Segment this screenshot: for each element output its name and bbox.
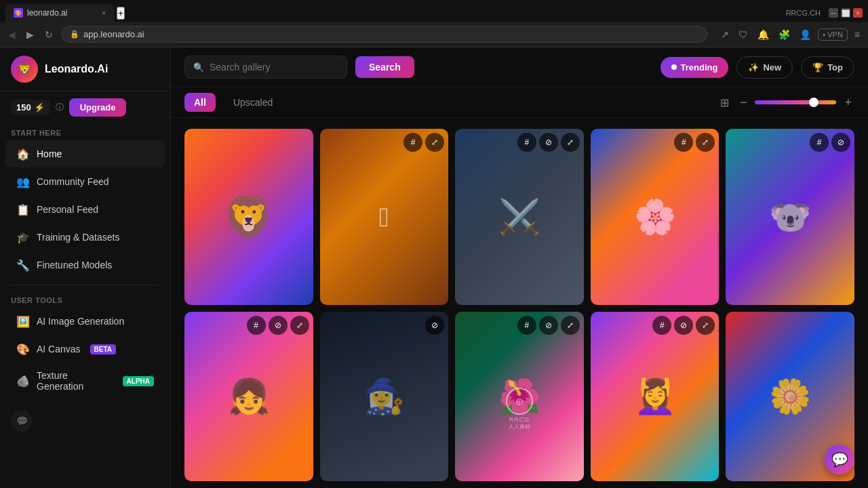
sidebar-item-training[interactable]: 🎓 Training & Datasets	[5, 224, 165, 251]
training-label: Training & Datasets	[37, 232, 119, 243]
close-window-button[interactable]: ×	[853, 8, 863, 18]
sidebar-header: 🦁 Leonardo.Ai	[0, 47, 170, 92]
gallery-item-7[interactable]: ⊘ 🧙‍♀️	[320, 312, 449, 481]
new-label: New	[763, 62, 781, 73]
top-bar: 🔍 Search Trending ✨ New 🏆 Top	[171, 47, 868, 87]
upgrade-button[interactable]: Upgrade	[69, 98, 127, 117]
trending-button[interactable]: Trending	[660, 57, 729, 78]
sidebar-item-ai-image[interactable]: 🖼️ AI Image Generation	[5, 308, 165, 335]
vpn-badge: • VPN	[818, 28, 848, 41]
browser-actions: ↗ 🛡 🔔 🧩 👤 • VPN ≡	[718, 26, 863, 43]
sidebar-item-home[interactable]: 🏠 Home	[5, 140, 165, 167]
texture-icon: 🪨	[16, 374, 30, 388]
finetuned-label: Finetuned Models	[37, 260, 112, 270]
token-icon: ⚡	[34, 102, 45, 113]
sidebar-item-ai-canvas[interactable]: 🎨 AI Canvas BETA	[5, 336, 165, 363]
token-count: 150 ⚡	[11, 100, 50, 115]
personal-feed-label: Personal Feed	[37, 204, 98, 215]
top-button[interactable]: 🏆 Top	[801, 56, 854, 79]
tab-favicon: 🎨	[14, 8, 23, 18]
extensions-button[interactable]: 🧩	[776, 26, 793, 43]
trending-label: Trending	[681, 62, 718, 73]
new-star-icon: ✨	[748, 62, 759, 73]
sidebar-divider	[11, 285, 159, 285]
address-bar: ◀ ▶ ↻ 🔒 app.leonardo.ai ↗ 🛡 🔔 🧩 👤 • VPN …	[0, 22, 868, 47]
new-tab-button[interactable]: +	[117, 7, 125, 20]
sidebar: 🦁 Leonardo.Ai 150 ⚡ ⓘ Upgrade Start Here…	[0, 47, 171, 488]
gallery-item-5[interactable]: # ⊘ 🐨	[726, 129, 854, 305]
ai-canvas-icon: 🎨	[16, 342, 30, 356]
minimize-button[interactable]: ─	[829, 8, 838, 18]
gallery: 🦁 # ⤢ 𓂀 # ⊘ ⤢ ⚔️	[171, 118, 868, 488]
brand-name: Leonardo.Ai	[45, 63, 108, 75]
ai-image-label: AI Image Generation	[37, 316, 124, 327]
alert-icon[interactable]: 🔔	[755, 26, 772, 43]
shield-icon[interactable]: 🛡	[736, 26, 751, 43]
search-box[interactable]: 🔍	[184, 56, 347, 79]
active-tab[interactable]: 🎨 leonardo.ai ×	[5, 4, 114, 22]
community-feed-label: Community Feed	[37, 176, 109, 187]
gallery-item-6[interactable]: # ⊘ ⤢ 👧	[184, 312, 313, 481]
user-tools-label: User Tools	[0, 291, 170, 307]
top-trophy-icon: 🏆	[812, 62, 823, 73]
ai-canvas-label: AI Canvas	[37, 344, 81, 354]
zoom-slider[interactable]	[755, 100, 836, 104]
lock-icon: 🔒	[70, 30, 79, 39]
profile-button[interactable]: 👤	[797, 26, 814, 43]
nav-section-start: Start Here 🏠 Home 👥 Community Feed 📋 Per…	[0, 123, 170, 279]
sidebar-item-community-feed[interactable]: 👥 Community Feed	[5, 168, 165, 195]
tab-title: leonardo.ai	[27, 8, 98, 18]
all-tab-button[interactable]: All	[184, 93, 216, 112]
token-number: 150	[16, 102, 31, 113]
sidebar-item-personal-feed[interactable]: 📋 Personal Feed	[5, 196, 165, 223]
search-button[interactable]: Search	[355, 56, 414, 78]
zoom-out-button[interactable]: −	[737, 94, 750, 111]
slider-thumb	[809, 98, 818, 107]
token-bar: 150 ⚡ ⓘ Upgrade	[0, 92, 170, 123]
grid-view-button[interactable]: ⊞	[717, 94, 732, 112]
alpha-badge: ALPHA	[123, 376, 154, 386]
maximize-button[interactable]: ⬜	[841, 8, 850, 18]
nav-section-tools: User Tools 🖼️ AI Image Generation 🎨 AI C…	[0, 291, 170, 399]
personal-icon: 📋	[16, 203, 30, 216]
trending-dot	[671, 64, 677, 70]
training-icon: 🎓	[16, 230, 30, 244]
chat-button[interactable]: 💬	[825, 445, 854, 474]
home-label: Home	[37, 148, 62, 159]
texture-gen-label: Texture Generation	[37, 370, 113, 392]
rrcg-watermark: RRCG.CH	[786, 9, 821, 17]
search-input[interactable]	[210, 62, 338, 73]
gallery-item-4[interactable]: # ⤢ 🌸	[591, 129, 719, 305]
share-button[interactable]: ↗	[718, 26, 732, 43]
window-controls: RRCG.CH ─ ⬜ ×	[786, 8, 863, 18]
top-label: Top	[827, 62, 843, 73]
beta-badge: BETA	[90, 344, 116, 354]
menu-button[interactable]: ≡	[852, 26, 863, 43]
sidebar-item-finetuned[interactable]: 🔧 Finetuned Models	[5, 251, 165, 279]
chat-icon: 💬	[831, 451, 848, 468]
url-text: app.leonardo.ai	[83, 29, 144, 39]
close-tab-button[interactable]: ×	[102, 9, 106, 17]
gallery-item-3[interactable]: # ⊘ ⤢ ⚔️	[455, 129, 584, 305]
main-content: 🔍 Search Trending ✨ New 🏆 Top All Upscal…	[171, 47, 868, 488]
sidebar-item-texture-gen[interactable]: 🪨 Texture Generation ALPHA	[5, 363, 165, 399]
grid-controls: ⊞ − +	[717, 94, 854, 112]
start-here-label: Start Here	[0, 123, 170, 140]
community-icon: 👥	[16, 175, 30, 188]
new-button[interactable]: ✨ New	[736, 56, 793, 79]
gallery-item-8[interactable]: # ⊘ ⤢ 🌺 ⊕ RRCG 人人素材	[455, 312, 584, 481]
back-button[interactable]: ◀	[5, 26, 18, 43]
zoom-in-button[interactable]: +	[842, 94, 854, 111]
info-icon[interactable]: ⓘ	[56, 102, 64, 113]
forward-button[interactable]: ▶	[24, 26, 37, 43]
url-bar[interactable]: 🔒 app.leonardo.ai	[61, 26, 707, 43]
gallery-item-9[interactable]: # ⊘ ⤢ 💆‍♀️	[591, 312, 719, 481]
gallery-item-2[interactable]: # ⤢ 𓂀	[320, 129, 449, 305]
gallery-grid: 🦁 # ⤢ 𓂀 # ⊘ ⤢ ⚔️	[184, 129, 854, 481]
home-icon: 🏠	[16, 147, 30, 161]
finetuned-icon: 🔧	[16, 258, 30, 272]
refresh-button[interactable]: ↻	[42, 26, 56, 43]
ai-image-icon: 🖼️	[16, 314, 30, 328]
upscaled-tab-button[interactable]: Upscaled	[224, 93, 282, 112]
gallery-item-1[interactable]: 🦁	[184, 129, 313, 305]
